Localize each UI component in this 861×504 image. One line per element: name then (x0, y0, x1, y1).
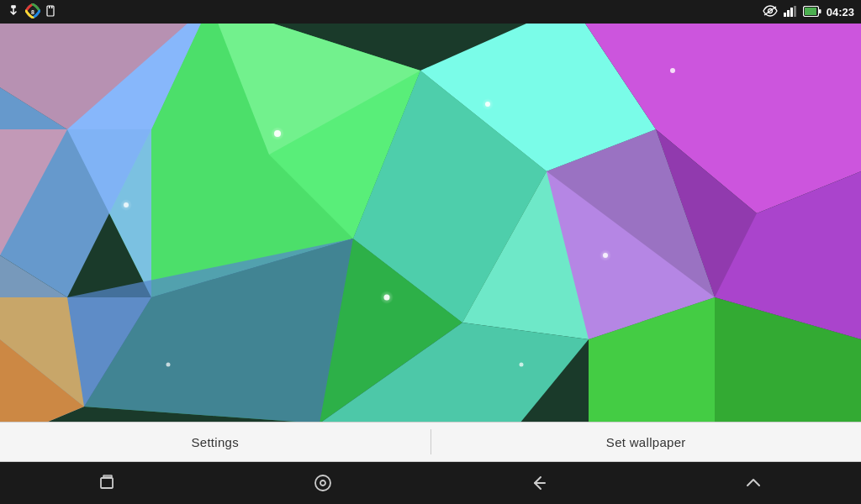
svg-point-44 (271, 127, 284, 140)
home-button[interactable] (298, 466, 348, 500)
settings-button[interactable]: Settings (0, 423, 430, 461)
svg-rect-5 (51, 6, 53, 8)
svg-point-54 (520, 363, 524, 367)
usb-icon (7, 4, 20, 19)
set-wallpaper-button[interactable]: Set wallpaper (431, 423, 862, 461)
svg-rect-56 (101, 478, 113, 488)
svg-point-53 (166, 363, 171, 367)
svg-point-55 (670, 68, 675, 73)
recents-button[interactable] (82, 466, 133, 500)
up-button[interactable] (728, 466, 779, 500)
action-bar: Settings Set wallpaper (0, 422, 861, 462)
svg-point-46 (482, 98, 494, 110)
clock: 04:23 (827, 7, 854, 18)
svg-rect-57 (103, 475, 112, 477)
svg-rect-13 (805, 8, 816, 15)
sd-card-icon (45, 5, 57, 18)
nav-bar (0, 462, 861, 504)
svg-point-59 (320, 480, 325, 486)
svg-point-48 (380, 291, 394, 304)
signal-icon (783, 5, 798, 18)
svg-point-52 (120, 199, 132, 211)
battery-icon (803, 6, 821, 18)
svg-rect-4 (49, 6, 50, 8)
svg-point-58 (315, 475, 330, 491)
svg-point-50 (600, 249, 611, 261)
status-left-icons: 8 (7, 3, 57, 20)
wallpaper-preview (0, 24, 861, 422)
back-button[interactable] (513, 466, 563, 500)
svg-text:8: 8 (31, 9, 34, 15)
svg-rect-10 (790, 8, 793, 17)
svg-rect-9 (787, 10, 790, 17)
logo-icon: 8 (25, 3, 40, 20)
up-icon (743, 473, 763, 493)
svg-rect-14 (819, 9, 821, 13)
status-bar: 8 (0, 0, 861, 24)
status-right-icons: 04:23 (763, 5, 854, 18)
privacy-icon (763, 5, 778, 18)
svg-rect-11 (794, 6, 796, 17)
svg-rect-8 (784, 13, 786, 17)
svg-rect-3 (47, 6, 54, 16)
home-icon (313, 473, 333, 493)
back-icon (528, 473, 548, 493)
recents-icon (98, 473, 118, 493)
